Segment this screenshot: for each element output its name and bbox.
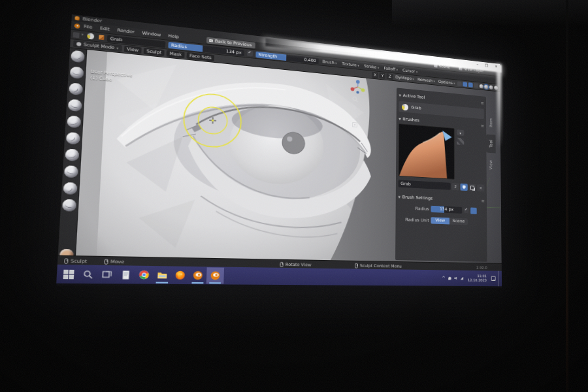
tray-expand-icon[interactable]: ^ [442,276,445,281]
search-button[interactable] [78,265,98,283]
radius-pressure-icon[interactable] [247,50,253,57]
menu-edit[interactable]: Edit [96,25,114,33]
zoom-icon[interactable] [352,96,359,103]
view-layer-icon [459,67,463,71]
task-view-button[interactable] [97,266,116,283]
brush-settings-section-header[interactable]: ▼ Brush Settings ≡ [398,195,484,204]
start-button[interactable] [58,265,78,283]
brush-icon[interactable] [62,199,76,212]
collapse-triangle-icon: ▼ [398,195,400,199]
brush-users-count[interactable]: 2 [451,183,459,190]
mouse-middle-icon [280,261,283,267]
tab-view[interactable]: View [486,155,495,174]
brush-icon[interactable] [63,182,78,195]
mouse-right-icon [355,263,358,268]
volume-icon[interactable] [454,276,457,280]
brush-icon[interactable] [70,66,84,79]
cursor-dropdown[interactable]: Cursor [401,67,418,74]
brush-select-dropdown-icon[interactable]: ▾ [457,129,464,136]
brush-icon[interactable] [66,132,80,144]
brush-preview-icon[interactable] [87,33,94,39]
radius-unit-scene[interactable]: Scene [449,218,468,225]
brush-icon[interactable] [71,50,84,63]
editor-type-icon[interactable] [73,31,80,37]
blender-taskbar-icon-active[interactable] [206,267,224,284]
navigation-gizmo[interactable] [350,78,366,95]
menu-render[interactable]: Render [113,27,139,35]
shading-rendered-icon[interactable] [494,86,498,90]
action-center-icon[interactable] [491,276,496,281]
collapse-triangle-icon: ▼ [399,117,401,121]
remesh-dropdown[interactable]: Remesh [416,77,436,84]
menu-mask[interactable]: Mask [167,50,185,59]
radius-value-slider[interactable]: 134 px [431,206,462,214]
brush-dropdown[interactable]: Brush [321,59,338,65]
radius-tablet-toggle-icon[interactable] [470,208,477,214]
shading-solid-icon[interactable] [484,84,488,89]
tray-icon[interactable] [448,276,451,280]
wall-seam [566,0,568,392]
show-desktop-button[interactable] [498,271,500,287]
brush-icon[interactable] [68,99,82,112]
chrome-icon[interactable] [135,267,154,284]
snap-icon[interactable] [457,81,462,86]
taskbar-clock[interactable]: 11:01 12.10.2023 [466,274,488,282]
system-tray: ^ 11:01 12.10.2023 [442,270,502,286]
fake-user-shield-icon[interactable] [460,184,467,191]
window-restore-icon [209,39,212,42]
tab-item[interactable]: Item [486,113,495,132]
radius-unit-view[interactable]: View [431,217,449,224]
panel-menu-icon[interactable]: ≡ [481,101,484,105]
menu-help[interactable]: Help [165,33,183,40]
dyntopo-dropdown[interactable]: Dyntopo [394,74,415,82]
maximize-button[interactable]: □ [485,62,488,68]
firefox-icon[interactable] [171,267,189,283]
shading-material-icon[interactable] [489,85,493,90]
grab-tool-icon [402,103,408,110]
options-dropdown[interactable]: Options [437,79,456,86]
mirror-y-toggle[interactable]: Y [380,73,385,79]
panel-menu-icon[interactable]: ≡ [482,199,485,203]
menu-file[interactable]: File [80,24,96,31]
camera-view-icon[interactable] [351,113,358,120]
unlink-brush-icon[interactable]: × [477,184,484,191]
duplicate-brush-icon[interactable] [468,184,476,191]
texture-dropdown[interactable]: Texture [340,61,360,68]
blender-app-icon [74,16,80,21]
brush-icon[interactable] [69,82,83,95]
menu-sculpt[interactable]: Sculpt [144,48,165,56]
tool-sidebar-panel: ▼ Active Tool ≡ Grab ▼ Brushes ≡ [395,88,487,261]
falloff-dropdown[interactable]: Falloff [383,65,399,72]
brush-preview-thumbnail[interactable] [399,123,455,180]
close-button[interactable]: × [495,63,498,69]
brush-name-field[interactable]: Grab [399,180,451,189]
minimize-button[interactable]: – [476,61,478,67]
menu-view[interactable]: View [123,46,141,54]
notepad-icon[interactable] [116,266,135,283]
sidebar-tabs: Item Tool View [486,113,496,174]
tab-tool[interactable]: Tool [486,134,495,153]
collapse-triangle-icon: ▼ [399,93,402,97]
shading-wireframe-icon[interactable] [480,84,483,88]
gizmo-toggle-icon[interactable] [463,82,467,87]
menu-window[interactable]: Window [138,30,165,38]
xray-toggle-icon[interactable] [474,83,478,88]
network-icon[interactable] [461,276,463,280]
overlays-toggle-icon[interactable] [468,82,473,88]
blender-taskbar-icon[interactable] [189,267,207,284]
scene-selector[interactable]: Scene [434,63,450,70]
mouse-middle-icon [104,259,108,265]
brush-icon[interactable] [64,165,78,178]
mirror-x-toggle[interactable]: X [372,72,378,78]
radius-pressure-icon[interactable] [464,208,469,213]
mirror-z-toggle[interactable]: Z [387,73,393,80]
brush-icon[interactable] [67,116,81,128]
file-explorer-icon[interactable] [153,267,172,284]
pan-hand-icon[interactable] [352,105,359,111]
panel-menu-icon[interactable]: ≡ [481,123,484,128]
stroke-dropdown[interactable]: Stroke [363,63,380,70]
perspective-toggle-icon[interactable] [351,122,358,128]
brush-texture-icon[interactable] [457,138,464,146]
brush-icon[interactable] [65,148,80,161]
sculpt-mode-icon [76,42,82,46]
